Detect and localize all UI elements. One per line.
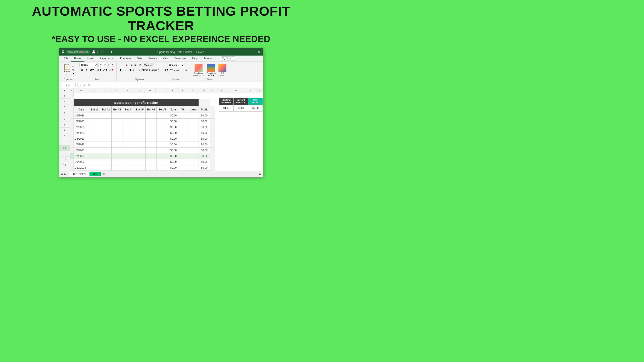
currency-button[interactable]: $▼ [164,68,169,72]
nav-left-arrow[interactable]: ◀ [61,173,63,176]
tab-help[interactable]: Help [189,55,200,61]
cancel-formula-button[interactable]: ✕ [79,83,82,87]
bet5-cell-row4[interactable] [134,113,146,119]
autosave-toggle[interactable] [79,51,84,53]
wrap-text-button[interactable]: Wrap Text [143,63,154,67]
confirm-formula-button[interactable]: ✓ [84,83,86,87]
col-P: P [229,88,243,93]
indent-dec-button[interactable]: ⇤ [133,68,136,72]
undo-icon[interactable]: ↩ [97,50,100,54]
tab-review[interactable]: Review [145,55,160,61]
italic-button[interactable]: I [85,68,88,72]
font-shrink-button[interactable]: A↓ [112,63,115,67]
border-button[interactable]: ⊞▼ [96,68,102,72]
profit-cell-row4[interactable]: $0.00 [199,113,210,119]
save-icon[interactable]: 💾 [92,50,95,54]
tab-acrobat[interactable]: Acrobat [200,55,215,61]
col-F: F [122,88,133,93]
add-sheet-button[interactable]: ⊕ [101,172,107,176]
minimize-icon[interactable]: ─ [248,50,251,54]
percent-button[interactable]: % [170,68,173,72]
tab-view[interactable]: View [160,55,172,61]
align-right-button[interactable]: ◨ [128,68,132,72]
cut-button[interactable]: ✂ [72,65,75,68]
row-header-9: 9 [59,139,70,145]
nav-right-arrow[interactable]: ▶ [64,173,66,176]
date-cell-row4[interactable]: 1/1/2023 [74,113,89,119]
summary-values-row: $0.00 $0.00 $0.00 [219,105,263,111]
fill-color-button[interactable]: A▼ [103,68,108,72]
align-middle-button[interactable]: ≡ [130,63,133,67]
row-header-5: 5 [59,116,70,122]
sheet-tab-sbp[interactable]: SBP Tracker [68,172,89,176]
col-O: O [215,88,229,93]
summary-header-row: StartingBankroll CurrentBankroll TotalPr… [219,98,263,105]
merge-center-button[interactable]: Merge & Center▼ [141,68,160,72]
current-bankroll-value[interactable]: $0.00 [234,105,248,111]
decimal-dec-button[interactable]: ←.0 [182,68,187,71]
col-B: B [74,88,89,93]
format-painter-button[interactable]: 🖌 [72,72,75,75]
font-grow-button[interactable]: A↑ [108,63,111,67]
main-data-table: Sports Betting Profit Tracker Date Bet #… [70,93,215,171]
cell-reference-input[interactable] [60,83,76,87]
bet3-cell-row4[interactable] [112,113,123,119]
align-bottom-button[interactable]: ≡↓ [134,63,138,67]
bet1-cell-row4[interactable] [89,113,100,119]
bet7-cell-row4[interactable] [157,113,168,119]
bold-button[interactable]: B [80,68,84,72]
main-title: AUTOMATIC SPORTS BETTING PROFIT TRACKER [4,4,318,33]
restore-icon[interactable]: □ [253,50,255,54]
bet4-cell-row4[interactable] [123,113,134,119]
copy-button[interactable]: ⧉ [72,68,75,71]
function-button[interactable]: fx [88,83,90,87]
search-box[interactable]: 🔍 Search [220,56,236,61]
total-cell-row4[interactable]: $0.00 [168,113,179,119]
autosave-pill[interactable]: AutoSave Off [66,50,90,54]
date-cell-row5[interactable]: 1/2/2023 [74,119,89,124]
tab-data[interactable]: Data [134,55,145,61]
total-profit-value[interactable]: $0.00 [248,105,263,111]
font-size-select[interactable]: 11 [98,63,107,67]
current-bankroll-header: CurrentBankroll [234,98,248,105]
comma-button[interactable]: , [174,68,175,72]
underline-button[interactable]: U▼ [89,68,96,72]
orient-button[interactable]: ⟳ [139,63,142,67]
bet2-cell-row4[interactable] [100,113,112,119]
tab-developer[interactable]: Developer [172,55,189,61]
paste-dropdown[interactable]: ▼ [66,73,68,75]
tab-home[interactable]: Home [71,55,84,61]
close-icon[interactable]: ✕ [258,50,260,54]
conditional-format-button[interactable]: Conditional Formatting▼ [192,63,205,77]
loss-cell-row4[interactable] [189,113,199,119]
cell-a1[interactable] [70,93,74,99]
col-E: E [111,88,122,93]
redo-icon[interactable]: ↪ [101,50,104,54]
select-all-icon[interactable]: ⬚ [106,50,108,54]
font-name-select[interactable]: Calibri [80,63,98,67]
bet6-cell-row4[interactable] [145,113,157,119]
align-center-button[interactable]: ☰ [124,68,128,72]
cell-styles-button[interactable]: Cell Styles▼ [217,63,228,77]
font-group: Calibri 11 A↑ A↓ B I U▼ ⊞▼ A▼ A▼ Font [78,63,116,81]
win-cell-row4[interactable] [179,113,189,119]
tab-formulas[interactable]: Formulas [117,55,134,61]
tab-page-layout[interactable]: Page Layout [97,55,117,61]
starting-bankroll-value[interactable]: $0.00 [219,105,234,111]
align-top-button[interactable]: ≡↑ [125,63,130,67]
align-left-button[interactable]: ◧ [119,68,123,72]
paste-button[interactable]: 📋 Paste ▼ [62,63,72,76]
customize-icon[interactable]: ▼ [110,50,113,54]
indent-inc-button[interactable]: ⇥ [137,68,140,72]
formula-input[interactable] [92,83,262,87]
cell-b1-r1[interactable] [74,93,215,99]
col-G: G [133,88,144,93]
format-table-button[interactable]: Format as Table▼ [206,63,217,77]
number-format-select[interactable]: General [167,63,184,67]
tab-file[interactable]: File [61,55,71,61]
decimal-inc-button[interactable]: .00→ [176,68,182,71]
tab-insert[interactable]: Insert [84,55,97,61]
sheet-tab-tips[interactable]: Tips [90,172,101,176]
font-color-button[interactable]: A▼ [109,68,115,72]
col-A: A [70,88,74,93]
